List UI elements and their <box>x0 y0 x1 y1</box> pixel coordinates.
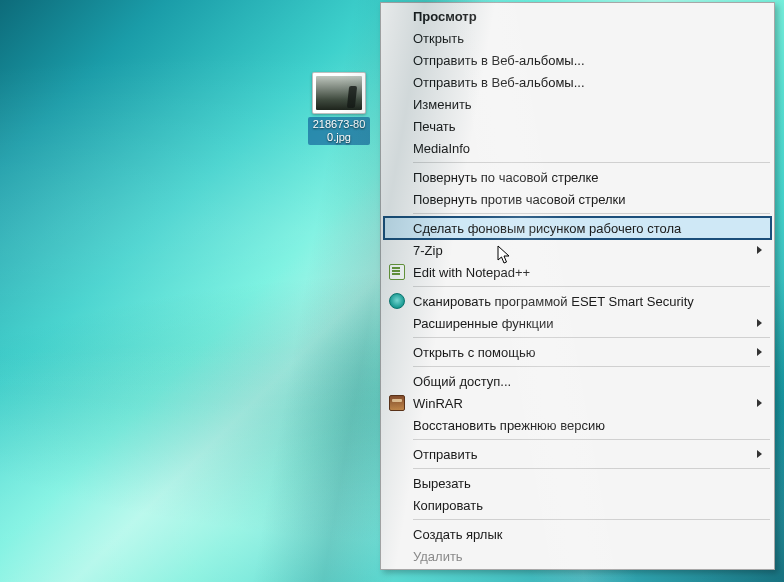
file-thumbnail <box>312 72 366 114</box>
chevron-right-icon <box>757 246 762 254</box>
context-menu: ПросмотрОткрытьОтправить в Веб-альбомы..… <box>380 2 775 570</box>
menu-item[interactable]: Отправить в Веб-альбомы... <box>383 49 772 71</box>
menu-separator <box>413 286 770 287</box>
menu-item-label: Печать <box>413 119 456 134</box>
menu-item[interactable]: Печать <box>383 115 772 137</box>
desktop-file-icon[interactable]: 218673-800.jpg <box>308 72 370 145</box>
menu-item-label: Сканировать программой ESET Smart Securi… <box>413 294 694 309</box>
menu-item-label: Копировать <box>413 498 483 513</box>
menu-separator <box>413 162 770 163</box>
menu-item-label: Удалить <box>413 549 463 564</box>
menu-item[interactable]: Общий доступ... <box>383 370 772 392</box>
menu-separator <box>413 519 770 520</box>
menu-item-label: Сделать фоновым рисунком рабочего стола <box>413 221 681 236</box>
chevron-right-icon <box>757 399 762 407</box>
menu-item[interactable]: Открыть с помощью <box>383 341 772 363</box>
menu-item-label: 7-Zip <box>413 243 443 258</box>
menu-item[interactable]: Edit with Notepad++ <box>383 261 772 283</box>
menu-item-label: Расширенные функции <box>413 316 554 331</box>
menu-item-label: Общий доступ... <box>413 374 511 389</box>
menu-item-label: Просмотр <box>413 9 477 24</box>
menu-item[interactable]: MediaInfo <box>383 137 772 159</box>
menu-separator <box>413 213 770 214</box>
menu-item-label: Повернуть против часовой стрелки <box>413 192 626 207</box>
menu-item[interactable]: Расширенные функции <box>383 312 772 334</box>
menu-item[interactable]: Открыть <box>383 27 772 49</box>
menu-item-label: MediaInfo <box>413 141 470 156</box>
menu-item-label: Изменить <box>413 97 472 112</box>
menu-item[interactable]: Вырезать <box>383 472 772 494</box>
menu-item-label: Отправить в Веб-альбомы... <box>413 75 585 90</box>
menu-item-label: Создать ярлык <box>413 527 502 542</box>
menu-separator <box>413 337 770 338</box>
menu-item[interactable]: Восстановить прежнюю версию <box>383 414 772 436</box>
menu-item[interactable]: Копировать <box>383 494 772 516</box>
menu-item[interactable]: Сделать фоновым рисунком рабочего стола <box>383 216 772 240</box>
menu-separator <box>413 366 770 367</box>
menu-item-label: Отправить <box>413 447 477 462</box>
chevron-right-icon <box>757 319 762 327</box>
eset-icon <box>389 293 405 309</box>
winrar-icon <box>389 395 405 411</box>
menu-item[interactable]: Отправить в Веб-альбомы... <box>383 71 772 93</box>
notepad-icon <box>389 264 405 280</box>
menu-item[interactable]: Повернуть по часовой стрелке <box>383 166 772 188</box>
menu-item-label: Повернуть по часовой стрелке <box>413 170 599 185</box>
menu-separator <box>413 468 770 469</box>
menu-item[interactable]: Создать ярлык <box>383 523 772 545</box>
menu-item[interactable]: Просмотр <box>383 5 772 27</box>
menu-item-label: Открыть <box>413 31 464 46</box>
file-label: 218673-800.jpg <box>308 117 370 145</box>
menu-item[interactable]: 7-Zip <box>383 239 772 261</box>
menu-item[interactable]: Повернуть против часовой стрелки <box>383 188 772 210</box>
chevron-right-icon <box>757 348 762 356</box>
menu-item[interactable]: Изменить <box>383 93 772 115</box>
menu-separator <box>413 439 770 440</box>
chevron-right-icon <box>757 450 762 458</box>
menu-item-label: Отправить в Веб-альбомы... <box>413 53 585 68</box>
menu-item-label: Открыть с помощью <box>413 345 535 360</box>
menu-item-label: Вырезать <box>413 476 471 491</box>
menu-item: Удалить <box>383 545 772 567</box>
menu-item[interactable]: Сканировать программой ESET Smart Securi… <box>383 290 772 312</box>
menu-item-label: Edit with Notepad++ <box>413 265 530 280</box>
menu-item-label: WinRAR <box>413 396 463 411</box>
menu-item[interactable]: Отправить <box>383 443 772 465</box>
menu-item-label: Восстановить прежнюю версию <box>413 418 605 433</box>
menu-item[interactable]: WinRAR <box>383 392 772 414</box>
